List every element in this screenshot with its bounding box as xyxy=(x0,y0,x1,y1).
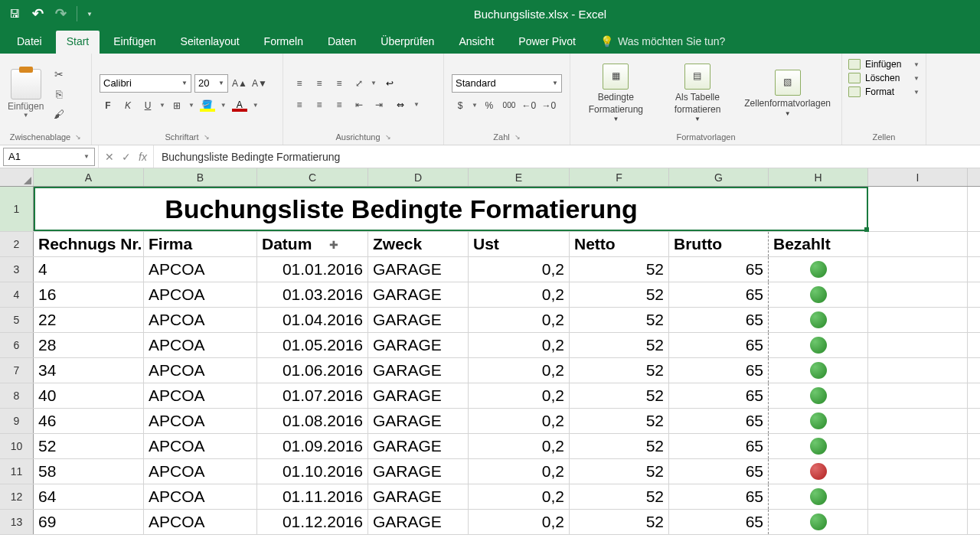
row-header-3[interactable]: 3 xyxy=(0,257,34,282)
font-color-button[interactable]: A xyxy=(230,99,250,112)
font-expand-icon[interactable]: ↘ xyxy=(204,133,210,141)
borders-icon[interactable]: ⊞ xyxy=(168,97,185,114)
cell-zweck-4[interactable]: GARAGE xyxy=(368,282,469,307)
bold-button[interactable]: F xyxy=(100,97,116,114)
underline-button[interactable]: U xyxy=(139,97,156,114)
cell-datum-13[interactable]: 01.12.2016 xyxy=(257,510,368,534)
tab-data[interactable]: Daten xyxy=(317,31,367,54)
shrink-font-icon[interactable]: A▼ xyxy=(251,75,268,92)
cell-ust-5[interactable]: 0,2 xyxy=(469,308,570,332)
cell-netto-3[interactable]: 52 xyxy=(570,257,669,282)
cell-I6[interactable] xyxy=(868,333,968,357)
cell-bezahlt-8[interactable] xyxy=(769,383,868,408)
cell-firma-13[interactable]: APCOA xyxy=(144,510,257,534)
column-header-G[interactable]: G xyxy=(669,168,769,186)
cell-datum-9[interactable]: 01.08.2016 xyxy=(257,409,368,433)
decrease-decimal-icon[interactable]: →0 xyxy=(541,97,557,114)
cell-nr-9[interactable]: 46 xyxy=(34,409,144,433)
cell-datum-7[interactable]: 01.06.2016 xyxy=(257,358,368,383)
font-size-combo[interactable]: 20▼ xyxy=(194,74,228,93)
cell-I12[interactable] xyxy=(868,484,968,509)
cell-I2[interactable] xyxy=(868,232,968,256)
tab-layout[interactable]: Seitenlayout xyxy=(170,31,250,54)
cell-netto-6[interactable]: 52 xyxy=(570,333,669,357)
cell-brutto-3[interactable]: 65 xyxy=(669,257,769,282)
cell-I7[interactable] xyxy=(868,358,968,383)
align-top-icon[interactable]: ≡ xyxy=(291,75,308,92)
cell-ust-3[interactable]: 0,2 xyxy=(469,257,570,282)
cell-bezahlt-3[interactable] xyxy=(769,257,868,282)
tab-insert[interactable]: Einfügen xyxy=(103,31,166,54)
name-box[interactable]: A1▼ xyxy=(3,148,95,166)
row-header-5[interactable]: 5 xyxy=(0,308,34,332)
cell-datum-8[interactable]: 01.07.2016 xyxy=(257,383,368,408)
cut-icon[interactable]: ✂ xyxy=(50,66,68,83)
row-header-9[interactable]: 9 xyxy=(0,409,34,433)
header-zweck[interactable]: Zweck xyxy=(368,232,469,256)
cell-brutto-6[interactable]: 65 xyxy=(669,333,769,357)
cell-zweck-8[interactable]: GARAGE xyxy=(368,383,469,408)
cell-I13[interactable] xyxy=(868,510,968,534)
cell-bezahlt-9[interactable] xyxy=(769,409,868,433)
indent-increase-icon[interactable]: ⇥ xyxy=(371,96,387,113)
tab-powerpivot[interactable]: Power Pivot xyxy=(508,31,586,54)
format-painter-icon[interactable]: 🖌 xyxy=(50,106,68,122)
fill-color-button[interactable]: 🪣 xyxy=(198,99,217,112)
cell-I9[interactable] xyxy=(868,409,968,433)
column-header-H[interactable]: H xyxy=(769,168,868,186)
cell-brutto-13[interactable]: 65 xyxy=(669,510,769,534)
align-expand-icon[interactable]: ↘ xyxy=(385,133,391,141)
tab-file[interactable]: Datei xyxy=(6,31,53,54)
cell-brutto-8[interactable]: 65 xyxy=(669,383,769,408)
align-middle-icon[interactable]: ≡ xyxy=(311,75,328,92)
cell-firma-10[interactable]: APCOA xyxy=(144,434,257,458)
format-cells-button[interactable]: Format▼ xyxy=(847,86,921,98)
merge-button[interactable]: ⇔ xyxy=(390,96,410,113)
tab-review[interactable]: Überprüfen xyxy=(370,31,445,54)
row-header-2[interactable]: 2 xyxy=(0,232,34,256)
cell-nr-13[interactable]: 69 xyxy=(34,510,144,534)
row-header-12[interactable]: 12 xyxy=(0,484,34,509)
formula-input[interactable]: Buchungsliste Bedingte Formatierung xyxy=(154,151,980,163)
cell-I10[interactable] xyxy=(868,434,968,458)
format-as-table-button[interactable]: ▤ Als Tabelle formatieren▼ xyxy=(657,62,739,126)
cell-netto-4[interactable]: 52 xyxy=(570,282,669,307)
cell-bezahlt-7[interactable] xyxy=(769,358,868,383)
percent-icon[interactable]: % xyxy=(481,97,498,114)
column-header-C[interactable]: C xyxy=(257,168,368,186)
column-header-I[interactable]: I xyxy=(868,168,968,186)
header-ust[interactable]: Ust xyxy=(469,232,570,256)
cell-nr-6[interactable]: 28 xyxy=(34,333,144,357)
cell-styles-button[interactable]: ▧ Zellenformatvorlagen▼ xyxy=(738,68,837,119)
header-datum[interactable]: Datum xyxy=(257,232,368,256)
comma-icon[interactable]: 000 xyxy=(501,97,518,114)
cell-firma-6[interactable]: APCOA xyxy=(144,333,257,357)
row-header-1[interactable]: 1 xyxy=(0,187,34,231)
header-firma[interactable]: Firma xyxy=(144,232,257,256)
cell-bezahlt-10[interactable] xyxy=(769,434,868,458)
cell-I5[interactable] xyxy=(868,308,968,332)
cell-firma-11[interactable]: APCOA xyxy=(144,459,257,484)
cell-datum-3[interactable]: 01.01.2016 xyxy=(257,257,368,282)
select-all-corner[interactable] xyxy=(0,168,34,186)
cell-ust-4[interactable]: 0,2 xyxy=(469,282,570,307)
cell-nr-3[interactable]: 4 xyxy=(34,257,144,282)
row-header-7[interactable]: 7 xyxy=(0,358,34,383)
cell-netto-7[interactable]: 52 xyxy=(570,358,669,383)
cell-firma-4[interactable]: APCOA xyxy=(144,282,257,307)
fx-icon[interactable]: fx xyxy=(139,151,147,163)
cell-I3[interactable] xyxy=(868,257,968,282)
cell-bezahlt-13[interactable] xyxy=(769,510,868,534)
column-header-B[interactable]: B xyxy=(144,168,257,186)
column-header-A[interactable]: A xyxy=(34,168,144,186)
paste-button[interactable]: Einfügen ▼ xyxy=(5,67,47,120)
tab-formulas[interactable]: Formeln xyxy=(253,31,314,54)
cell-ust-6[interactable]: 0,2 xyxy=(469,333,570,357)
delete-cells-button[interactable]: Löschen▼ xyxy=(847,72,921,84)
column-header-E[interactable]: E xyxy=(469,168,570,186)
cell-bezahlt-4[interactable] xyxy=(769,282,868,307)
cell-brutto-7[interactable]: 65 xyxy=(669,358,769,383)
row-header-6[interactable]: 6 xyxy=(0,333,34,357)
cell-zweck-7[interactable]: GARAGE xyxy=(368,358,469,383)
undo-icon[interactable]: ↶ xyxy=(31,7,44,21)
